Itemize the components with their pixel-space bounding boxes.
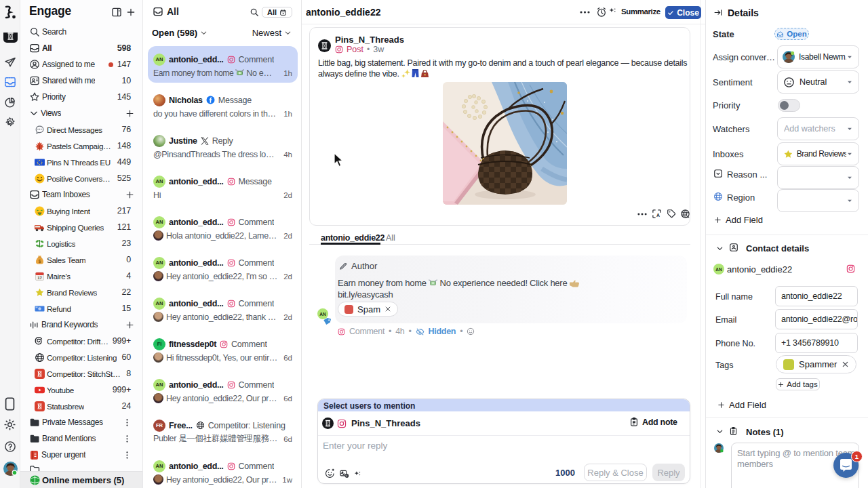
svg-text:$: $ xyxy=(39,258,41,264)
svg-text:17: 17 xyxy=(37,275,42,279)
svg-text:A: A xyxy=(656,213,660,218)
